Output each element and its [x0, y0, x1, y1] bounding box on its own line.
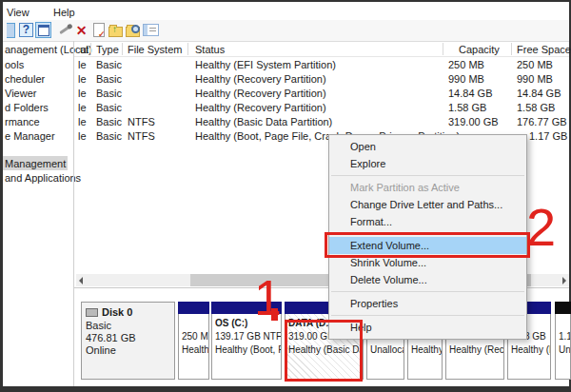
menu-item-delete-volume[interactable]: Delete Volume... [329, 271, 526, 288]
disk-type: Basic [86, 320, 174, 332]
menu-item-change-drive-letter[interactable]: Change Drive Letter and Paths... [329, 196, 526, 213]
disk-size: 476.81 GB [86, 332, 174, 344]
clipped-icon[interactable] [3, 22, 19, 38]
folder-up-icon[interactable] [108, 22, 124, 38]
annotation-box-extend-volume [325, 232, 530, 258]
menu-item-format[interactable]: Format... [329, 213, 526, 230]
disk-name: Disk 0 [102, 306, 132, 318]
col-header-type[interactable]: Type [96, 44, 119, 55]
disk-management-window: View Help ? ✕ anagement (Local) ools che… [0, 0, 571, 392]
tree-item-disk-management[interactable]: Management [5, 157, 66, 170]
table-row[interactable]: leBasicHealthy (EFI System Partition)250… [74, 58, 569, 72]
menu-view[interactable]: View [3, 5, 33, 20]
disk-info-box[interactable]: Disk 0 Basic 476.81 GB Online [81, 302, 175, 380]
annotation-box-data-partition [285, 320, 363, 382]
help-icon[interactable]: ? [18, 22, 34, 38]
menu-separator [331, 175, 524, 176]
col-header-freespace[interactable]: Free Space [517, 44, 571, 55]
menu-item-explore[interactable]: Explore [329, 155, 526, 172]
annotation-step-1-line [271, 308, 278, 321]
table-row[interactable]: leBasicHealthy (Recovery Partition)14.84… [74, 87, 569, 101]
delete-icon[interactable]: ✕ [73, 22, 89, 38]
checklist-icon[interactable] [90, 22, 107, 38]
tree-item-performance[interactable]: rmance [5, 115, 40, 128]
col-header-filesystem[interactable]: File System [128, 44, 182, 55]
table-row[interactable]: leBasicHealthy (Recovery Partition)990 M… [74, 72, 569, 87]
col-header-layout[interactable]: ut [80, 44, 89, 55]
menu-separator [331, 315, 524, 316]
menu-separator [331, 291, 524, 292]
wand-icon[interactable] [56, 22, 72, 38]
tree-item-services-applications[interactable]: and Applications [5, 171, 81, 185]
menu-help[interactable]: Help [49, 5, 79, 20]
tree-item-shared-folders[interactable]: d Folders [5, 101, 49, 114]
annotation-step-2: 2 [526, 205, 556, 250]
partition-efi[interactable]: 250 MB Healthy (EFI System Partition) [178, 302, 209, 380]
tree-item-computer-management[interactable]: anagement (Local) [5, 43, 92, 56]
tree-item-task-scheduler[interactable]: cheduler [5, 72, 45, 86]
header-divider [74, 56, 569, 57]
menu-item-properties[interactable]: Properties [329, 295, 526, 312]
disk-status: Online [86, 344, 174, 357]
menu-item-open[interactable]: Open [329, 138, 526, 155]
folder-search-icon[interactable] [125, 22, 141, 38]
menu-item-mark-partition-active: Mark Partition as Active [329, 179, 526, 196]
table-row[interactable]: leBasicNTFSHealthy (Basic Data Partition… [74, 115, 569, 129]
scroll-right-icon[interactable] [562, 277, 566, 284]
tree-item-event-viewer[interactable]: Viewer [5, 87, 36, 100]
col-header-status[interactable]: Status [195, 44, 225, 55]
tree-item-device-manager[interactable]: e Manager [5, 129, 55, 143]
partition-unallocated-right[interactable]: 1.17 GB Unallocated [555, 302, 571, 380]
toolbar: ? ✕ [3, 20, 569, 42]
tree-item-system-tools[interactable]: ools [5, 58, 24, 71]
table-row[interactable]: leBasicHealthy (Recovery Partition)1.58 … [74, 101, 569, 115]
details-icon[interactable] [143, 22, 159, 38]
disk-icon [86, 308, 98, 317]
partition-type-bar [555, 302, 571, 314]
col-header-capacity[interactable]: Capacity [459, 44, 500, 55]
menubar: View Help [3, 2, 569, 20]
scroll-left-icon[interactable] [79, 277, 83, 284]
console-window-icon[interactable] [35, 22, 51, 38]
partition-type-bar [178, 302, 209, 314]
